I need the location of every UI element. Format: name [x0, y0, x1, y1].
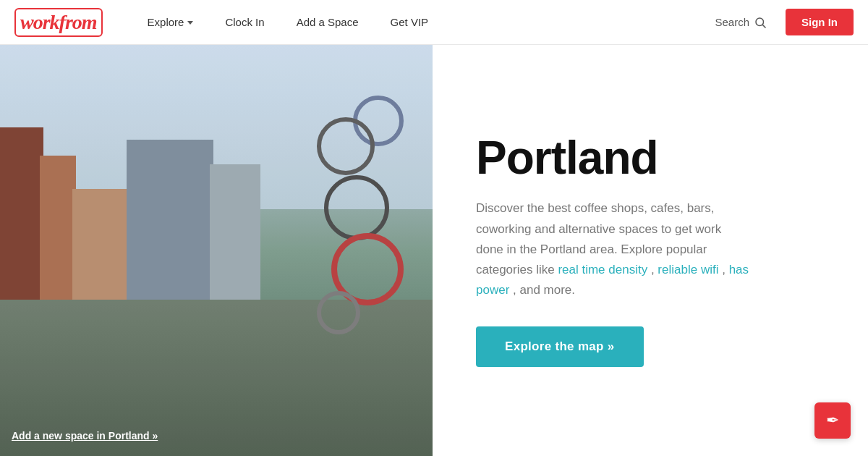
main-nav: Explore Clock In Add a Space Get VIP	[132, 0, 715, 45]
wifi-link[interactable]: reliable wifi	[658, 263, 718, 276]
header-right: Search Sign In	[715, 9, 854, 35]
chat-icon: ✒	[826, 411, 839, 430]
city-description: Discover the best coffee shops, cafes, b…	[476, 198, 751, 300]
city-scene	[0, 45, 433, 456]
nav-add-space[interactable]: Add a Space	[281, 0, 375, 45]
svg-line-1	[762, 25, 765, 28]
nav-explore[interactable]: Explore	[132, 0, 210, 45]
explore-map-button[interactable]: Explore the map »	[476, 326, 644, 367]
search-container[interactable]: Search	[715, 16, 767, 29]
chevron-down-icon	[187, 21, 193, 25]
nav-clock-in[interactable]: Clock In	[209, 0, 280, 45]
logo-text[interactable]: workfrom	[14, 8, 103, 37]
sign-in-button[interactable]: Sign In	[786, 9, 854, 35]
city-title: Portland	[476, 134, 825, 182]
nav-get-vip[interactable]: Get VIP	[375, 0, 445, 45]
logo[interactable]: workfrom	[14, 8, 103, 37]
search-label: Search	[715, 16, 749, 28]
search-icon	[754, 16, 767, 29]
content-panel: Portland Discover the best coffee shops,…	[433, 45, 868, 456]
main-content: Add a new space in Portland » Portland D…	[0, 45, 868, 456]
header: workfrom Explore Clock In Add a Space Ge…	[0, 0, 868, 45]
chat-button[interactable]: ✒	[814, 402, 851, 439]
density-link[interactable]: real time density	[558, 263, 647, 276]
image-overlay	[0, 45, 433, 456]
add-space-link[interactable]: Add a new space in Portland »	[12, 430, 158, 442]
svg-point-0	[756, 18, 764, 26]
image-panel: Add a new space in Portland »	[0, 45, 433, 456]
